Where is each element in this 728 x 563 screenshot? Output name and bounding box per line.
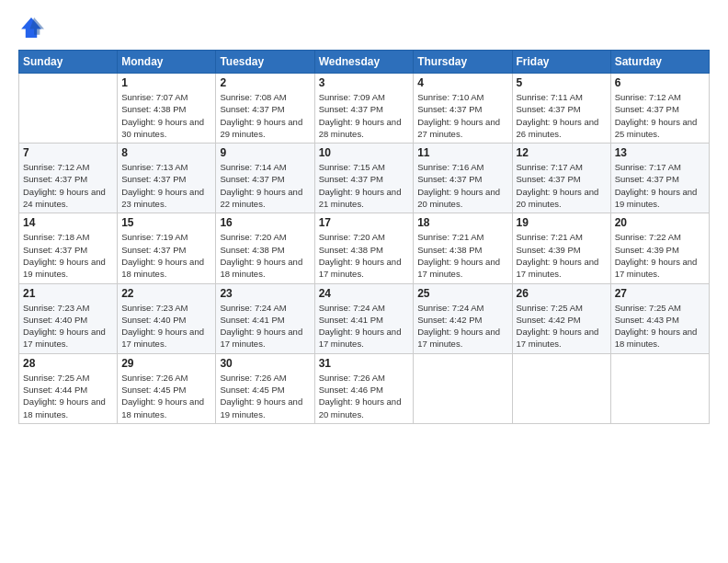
calendar-cell: 31Sunrise: 7:26 AMSunset: 4:46 PMDayligh… <box>314 353 414 423</box>
calendar-cell: 18Sunrise: 7:21 AMSunset: 4:38 PMDayligh… <box>414 213 512 283</box>
calendar-cell: 25Sunrise: 7:24 AMSunset: 4:42 PMDayligh… <box>414 283 512 353</box>
calendar-cell: 10Sunrise: 7:15 AMSunset: 4:37 PMDayligh… <box>314 144 414 213</box>
calendar-week-row: 7Sunrise: 7:12 AMSunset: 4:37 PMDaylight… <box>19 144 710 213</box>
day-number: 11 <box>417 146 507 159</box>
day-number: 15 <box>121 216 211 229</box>
day-number: 9 <box>220 146 310 159</box>
calendar-cell: 24Sunrise: 7:24 AMSunset: 4:41 PMDayligh… <box>314 283 414 353</box>
calendar-cell: 16Sunrise: 7:20 AMSunset: 4:38 PMDayligh… <box>216 213 314 283</box>
day-number: 5 <box>517 76 607 89</box>
weekday-header: Monday <box>118 51 216 74</box>
day-info: Sunrise: 7:25 AMSunset: 4:42 PMDaylight:… <box>517 302 607 350</box>
calendar-cell: 11Sunrise: 7:16 AMSunset: 4:37 PMDayligh… <box>414 144 512 213</box>
day-info: Sunrise: 7:21 AMSunset: 4:38 PMDaylight:… <box>417 231 507 280</box>
day-info: Sunrise: 7:17 AMSunset: 4:37 PMDaylight:… <box>517 161 607 210</box>
calendar-cell: 26Sunrise: 7:25 AMSunset: 4:42 PMDayligh… <box>512 283 610 353</box>
weekday-header: Wednesday <box>314 51 414 74</box>
calendar-cell: 29Sunrise: 7:26 AMSunset: 4:45 PMDayligh… <box>118 353 216 423</box>
calendar-cell: 2Sunrise: 7:08 AMSunset: 4:37 PMDaylight… <box>216 74 314 144</box>
weekday-header: Friday <box>512 51 610 74</box>
day-number: 2 <box>220 76 310 89</box>
day-info: Sunrise: 7:26 AMSunset: 4:46 PMDaylight:… <box>319 372 410 420</box>
day-info: Sunrise: 7:12 AMSunset: 4:37 PMDaylight:… <box>23 161 113 210</box>
weekday-header: Saturday <box>610 51 709 74</box>
day-number: 20 <box>615 216 705 229</box>
calendar-cell: 12Sunrise: 7:17 AMSunset: 4:37 PMDayligh… <box>512 144 610 213</box>
day-number: 18 <box>417 216 507 229</box>
day-info: Sunrise: 7:25 AMSunset: 4:43 PMDaylight:… <box>615 302 705 350</box>
day-number: 8 <box>121 146 211 159</box>
day-number: 4 <box>417 76 507 89</box>
day-info: Sunrise: 7:15 AMSunset: 4:37 PMDaylight:… <box>319 161 410 210</box>
calendar-week-row: 21Sunrise: 7:23 AMSunset: 4:40 PMDayligh… <box>19 283 710 353</box>
calendar-cell: 27Sunrise: 7:25 AMSunset: 4:43 PMDayligh… <box>610 283 709 353</box>
day-number: 12 <box>517 146 607 159</box>
calendar-week-row: 1Sunrise: 7:07 AMSunset: 4:38 PMDaylight… <box>19 74 710 144</box>
day-info: Sunrise: 7:11 AMSunset: 4:37 PMDaylight:… <box>517 91 607 140</box>
day-info: Sunrise: 7:20 AMSunset: 4:38 PMDaylight:… <box>319 231 410 280</box>
day-info: Sunrise: 7:14 AMSunset: 4:37 PMDaylight:… <box>220 161 310 210</box>
day-number: 25 <box>417 287 507 300</box>
calendar-cell: 5Sunrise: 7:11 AMSunset: 4:37 PMDaylight… <box>512 74 610 144</box>
day-number: 29 <box>121 357 211 370</box>
day-number: 14 <box>23 216 113 229</box>
calendar-header-row: SundayMondayTuesdayWednesdayThursdayFrid… <box>19 51 710 74</box>
day-info: Sunrise: 7:26 AMSunset: 4:45 PMDaylight:… <box>121 372 211 420</box>
day-number: 21 <box>23 287 113 300</box>
calendar-cell: 21Sunrise: 7:23 AMSunset: 4:40 PMDayligh… <box>19 283 118 353</box>
day-info: Sunrise: 7:24 AMSunset: 4:41 PMDaylight:… <box>220 302 310 350</box>
day-info: Sunrise: 7:08 AMSunset: 4:37 PMDaylight:… <box>220 91 310 140</box>
day-number: 24 <box>319 287 410 300</box>
calendar-cell <box>512 353 610 423</box>
calendar-cell: 8Sunrise: 7:13 AMSunset: 4:37 PMDaylight… <box>118 144 216 213</box>
calendar-week-row: 14Sunrise: 7:18 AMSunset: 4:37 PMDayligh… <box>19 213 710 283</box>
day-number: 28 <box>23 357 113 370</box>
page: SundayMondayTuesdayWednesdayThursdayFrid… <box>0 0 728 563</box>
weekday-header: Sunday <box>19 51 118 74</box>
day-info: Sunrise: 7:26 AMSunset: 4:45 PMDaylight:… <box>220 372 310 420</box>
day-info: Sunrise: 7:23 AMSunset: 4:40 PMDaylight:… <box>121 302 211 350</box>
day-info: Sunrise: 7:23 AMSunset: 4:40 PMDaylight:… <box>23 302 113 350</box>
day-number: 1 <box>121 76 211 89</box>
day-number: 13 <box>615 146 705 159</box>
day-number: 31 <box>319 357 410 370</box>
calendar-cell: 1Sunrise: 7:07 AMSunset: 4:38 PMDaylight… <box>118 74 216 144</box>
calendar-cell: 4Sunrise: 7:10 AMSunset: 4:37 PMDaylight… <box>414 74 512 144</box>
day-info: Sunrise: 7:16 AMSunset: 4:37 PMDaylight:… <box>417 161 507 210</box>
day-info: Sunrise: 7:07 AMSunset: 4:38 PMDaylight:… <box>121 91 211 140</box>
calendar-cell: 3Sunrise: 7:09 AMSunset: 4:37 PMDaylight… <box>314 74 414 144</box>
day-number: 27 <box>615 287 705 300</box>
calendar-cell: 20Sunrise: 7:22 AMSunset: 4:39 PMDayligh… <box>610 213 709 283</box>
day-info: Sunrise: 7:12 AMSunset: 4:37 PMDaylight:… <box>615 91 705 140</box>
day-info: Sunrise: 7:22 AMSunset: 4:39 PMDaylight:… <box>615 231 705 280</box>
logo <box>18 15 48 40</box>
day-info: Sunrise: 7:24 AMSunset: 4:42 PMDaylight:… <box>417 302 507 350</box>
day-info: Sunrise: 7:09 AMSunset: 4:37 PMDaylight:… <box>319 91 410 140</box>
day-info: Sunrise: 7:19 AMSunset: 4:37 PMDaylight:… <box>121 231 211 280</box>
day-number: 26 <box>517 287 607 300</box>
day-info: Sunrise: 7:10 AMSunset: 4:37 PMDaylight:… <box>417 91 507 140</box>
day-number: 10 <box>319 146 410 159</box>
day-number: 30 <box>220 357 310 370</box>
day-info: Sunrise: 7:17 AMSunset: 4:37 PMDaylight:… <box>615 161 705 210</box>
calendar-cell: 17Sunrise: 7:20 AMSunset: 4:38 PMDayligh… <box>314 213 414 283</box>
calendar-cell: 14Sunrise: 7:18 AMSunset: 4:37 PMDayligh… <box>19 213 118 283</box>
calendar-cell: 15Sunrise: 7:19 AMSunset: 4:37 PMDayligh… <box>118 213 216 283</box>
calendar-cell <box>19 74 118 144</box>
calendar-cell: 13Sunrise: 7:17 AMSunset: 4:37 PMDayligh… <box>610 144 709 213</box>
header <box>18 15 710 40</box>
calendar-cell: 6Sunrise: 7:12 AMSunset: 4:37 PMDaylight… <box>610 74 709 144</box>
day-info: Sunrise: 7:24 AMSunset: 4:41 PMDaylight:… <box>319 302 410 350</box>
weekday-header: Tuesday <box>216 51 314 74</box>
day-number: 23 <box>220 287 310 300</box>
calendar-cell: 28Sunrise: 7:25 AMSunset: 4:44 PMDayligh… <box>19 353 118 423</box>
calendar-cell: 19Sunrise: 7:21 AMSunset: 4:39 PMDayligh… <box>512 213 610 283</box>
logo-icon <box>18 15 44 40</box>
calendar-cell: 9Sunrise: 7:14 AMSunset: 4:37 PMDaylight… <box>216 144 314 213</box>
calendar-table: SundayMondayTuesdayWednesdayThursdayFrid… <box>18 50 710 424</box>
day-number: 16 <box>220 216 310 229</box>
day-number: 17 <box>319 216 410 229</box>
calendar-week-row: 28Sunrise: 7:25 AMSunset: 4:44 PMDayligh… <box>19 353 710 423</box>
day-info: Sunrise: 7:20 AMSunset: 4:38 PMDaylight:… <box>220 231 310 280</box>
day-number: 7 <box>23 146 113 159</box>
